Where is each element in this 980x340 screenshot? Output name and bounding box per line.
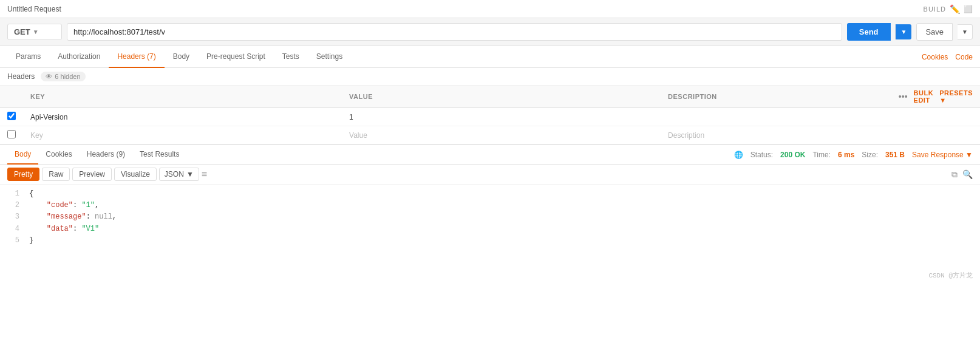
table-row: Api-Version 1	[0, 108, 980, 126]
status-code: 200 OK	[780, 151, 805, 159]
more-options-button[interactable]: •••	[899, 92, 908, 101]
actions-header: ••• Bulk Edit Presets ▼	[891, 86, 980, 108]
eye-icon: 👁	[46, 73, 52, 80]
tab-settings[interactable]: Settings	[308, 46, 351, 68]
format-right-actions: ⧉ 🔍	[951, 169, 973, 180]
json-content: "data": "V1"	[29, 223, 99, 235]
json-content: "code": "1",	[29, 200, 99, 211]
pencil-icon: ✏️	[950, 4, 960, 14]
placeholder-desc[interactable]: Description	[668, 131, 704, 140]
response-tab-cookies[interactable]: Cookies	[38, 145, 79, 165]
copy-button[interactable]: ⧉	[951, 169, 958, 180]
request-tabs-bar: Params Authorization Headers (7) Body Pr…	[0, 46, 980, 68]
json-line-3: 3 "message": null,	[7, 211, 973, 223]
placeholder-actions-cell	[891, 126, 980, 144]
save-dropdown-button[interactable]: ▼	[958, 24, 973, 39]
size-prefix: Size:	[862, 151, 878, 159]
json-viewer: 1 { 2 "code": "1", 3 "message": null, 4 …	[0, 185, 980, 284]
line-number: 1	[7, 188, 19, 200]
tab-tests[interactable]: Tests	[274, 46, 308, 68]
presets-link[interactable]: Presets ▼	[939, 89, 973, 104]
placeholder-value-cell: Value	[342, 126, 661, 144]
json-line-4: 4 "data": "V1"	[7, 223, 973, 235]
headers-label: Headers	[7, 72, 35, 81]
response-status: 🌐 Status: 200 OK Time: 6 ms Size: 351 B …	[734, 151, 973, 159]
response-tab-testresults[interactable]: Test Results	[132, 145, 186, 165]
placeholder-key[interactable]: Key	[30, 131, 43, 140]
row-actions-cell	[891, 108, 980, 126]
headers-subbar: Headers 👁 6 hidden	[0, 68, 980, 86]
search-button[interactable]: 🔍	[962, 169, 973, 180]
headers-table: KEY VALUE DESCRIPTION ••• Bulk Edit Pres…	[0, 86, 980, 144]
placeholder-checkbox[interactable]	[7, 130, 16, 138]
response-tab-body[interactable]: Body	[7, 145, 38, 165]
title-bar-right: BUILD ✏️ ⬜	[924, 4, 973, 14]
url-bar: GET ▼ Send ▼ Save ▼	[0, 18, 980, 46]
row-key-value[interactable]: Api-Version	[30, 113, 67, 121]
response-time: 6 ms	[838, 151, 854, 159]
format-label: JSON	[165, 170, 184, 178]
placeholder-checkbox-cell	[0, 126, 23, 144]
pretty-button[interactable]: Pretty	[7, 168, 39, 181]
tab-params[interactable]: Params	[7, 46, 49, 68]
row-desc-cell	[661, 108, 891, 126]
json-line-1: 1 {	[7, 188, 973, 200]
url-input[interactable]	[67, 23, 842, 41]
code-link[interactable]: Code	[955, 53, 973, 61]
response-tabs-bar: Body Cookies Headers (9) Test Results 🌐 …	[0, 145, 980, 165]
row-value-cell: 1	[342, 108, 661, 126]
hidden-badge[interactable]: 👁 6 hidden	[41, 72, 85, 81]
line-number: 2	[7, 200, 19, 211]
line-number: 4	[7, 223, 19, 235]
json-content: {	[29, 188, 33, 200]
chevron-down-icon: ▼	[33, 29, 39, 35]
response-tab-headers[interactable]: Headers (9)	[80, 145, 132, 165]
globe-icon: 🌐	[734, 151, 743, 159]
placeholder-key-cell: Key	[23, 126, 342, 144]
placeholder-value[interactable]: Value	[349, 131, 367, 140]
save-response-link[interactable]: Save Response ▼	[912, 151, 973, 159]
presets-chevron-icon: ▼	[939, 97, 946, 104]
line-number: 5	[7, 235, 19, 246]
send-dropdown-button[interactable]: ▼	[896, 24, 912, 39]
wrap-button[interactable]: ≡	[202, 169, 207, 180]
send-button[interactable]: Send	[847, 23, 891, 41]
row-value-value[interactable]: 1	[349, 113, 353, 121]
response-tabs: Body Cookies Headers (9) Test Results	[7, 145, 186, 164]
cookies-link[interactable]: Cookies	[922, 53, 948, 61]
value-column-header: VALUE	[342, 86, 661, 108]
row-key-cell: Api-Version	[23, 108, 342, 126]
save-response-chevron-icon: ▼	[965, 151, 973, 159]
title-bar: Untitled Request BUILD ✏️ ⬜	[0, 0, 980, 18]
row-checkbox-cell	[0, 108, 23, 126]
row-checkbox[interactable]	[7, 112, 16, 120]
checkbox-header	[0, 86, 23, 108]
method-label: GET	[14, 27, 30, 36]
tab-body[interactable]: Body	[165, 46, 198, 68]
request-tabs: Params Authorization Headers (7) Body Pr…	[7, 46, 351, 67]
line-number: 3	[7, 211, 19, 223]
format-bar: Pretty Raw Preview Visualize JSON ▼ ≡ ⧉ …	[0, 165, 980, 185]
json-content: }	[29, 235, 33, 246]
visualize-button[interactable]: Visualize	[114, 168, 157, 181]
tab-headers[interactable]: Headers (7)	[109, 46, 164, 68]
window-title: Untitled Request	[7, 5, 61, 13]
tab-prerequest[interactable]: Pre-request Script	[198, 46, 274, 68]
build-button[interactable]: BUILD	[924, 5, 946, 13]
format-chevron-icon: ▼	[186, 170, 194, 178]
bulk-edit-link[interactable]: Bulk Edit	[914, 89, 934, 104]
table-placeholder-row: Key Value Description	[0, 126, 980, 144]
method-selector[interactable]: GET ▼	[7, 24, 62, 40]
save-button[interactable]: Save	[916, 23, 953, 41]
tabs-right-links: Cookies Code	[922, 53, 973, 61]
raw-button[interactable]: Raw	[42, 168, 70, 181]
json-content: "message": null,	[29, 211, 117, 223]
tab-authorization[interactable]: Authorization	[49, 46, 109, 68]
time-prefix: Time:	[812, 151, 831, 159]
headers-table-area: KEY VALUE DESCRIPTION ••• Bulk Edit Pres…	[0, 86, 980, 144]
description-column-header: DESCRIPTION	[661, 86, 891, 108]
preview-button[interactable]: Preview	[72, 168, 112, 181]
response-panel: Body Cookies Headers (9) Test Results 🌐 …	[0, 144, 980, 284]
status-prefix: Status:	[750, 151, 773, 159]
format-selector[interactable]: JSON ▼	[159, 168, 199, 181]
